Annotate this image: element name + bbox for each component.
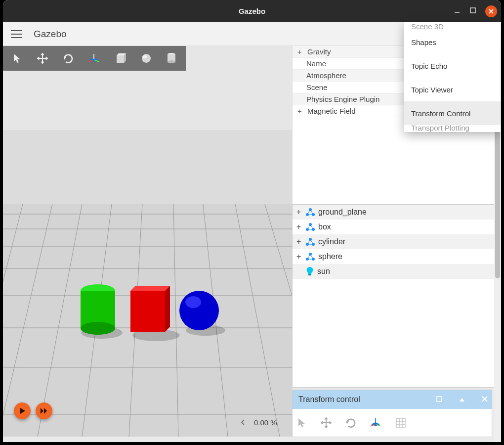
collapse-panel-icon[interactable] xyxy=(459,395,465,404)
select-tool[interactable] xyxy=(296,417,307,428)
menu-icon[interactable] xyxy=(11,30,22,39)
svg-line-77 xyxy=(310,254,313,259)
svg-marker-52 xyxy=(20,408,25,414)
rotate-tool[interactable] xyxy=(345,417,357,429)
viewport-3d[interactable]: 0.00 % xyxy=(3,46,292,437)
svg-point-30 xyxy=(179,291,219,330)
tree-label: Physics Engine Plugin xyxy=(306,95,379,103)
transform-tool[interactable] xyxy=(88,53,101,64)
svg-marker-27 xyxy=(130,286,170,291)
svg-marker-39 xyxy=(64,57,66,60)
maximize-button[interactable] xyxy=(469,7,476,15)
scene-horizon xyxy=(3,130,292,204)
entity-row[interactable]: + box xyxy=(293,220,501,234)
tree-label: Magnetic Field xyxy=(307,107,356,115)
select-tool[interactable] xyxy=(12,53,23,64)
svg-rect-79 xyxy=(308,274,311,275)
svg-point-47 xyxy=(142,54,151,63)
transform-tool[interactable] xyxy=(370,417,382,428)
menu-item-label: Topic Viewer xyxy=(411,86,453,94)
svg-rect-28 xyxy=(130,291,165,332)
menu-item-partial-top[interactable]: Scene 3D xyxy=(404,22,501,30)
svg-marker-91 xyxy=(346,421,349,424)
plus-icon[interactable]: + xyxy=(297,107,304,115)
entity-row[interactable]: + ground_plane xyxy=(293,205,501,220)
svg-line-76 xyxy=(307,254,310,259)
rotate-tool[interactable] xyxy=(62,52,74,64)
maximize-panel-icon[interactable] xyxy=(436,395,442,404)
transform-panel-body xyxy=(293,409,492,437)
svg-line-70 xyxy=(307,239,310,244)
entity-row[interactable]: sun xyxy=(293,264,501,279)
model-icon xyxy=(305,207,315,217)
sphere-shape-tool[interactable] xyxy=(140,52,152,64)
menu-item-topic-echo[interactable]: Topic Echo xyxy=(404,54,501,78)
svg-rect-80 xyxy=(437,397,442,401)
menu-item-label: Shapes xyxy=(411,38,436,46)
playback-controls xyxy=(14,402,52,419)
translate-tool[interactable] xyxy=(320,417,332,429)
grid-snap-tool[interactable] xyxy=(395,417,406,428)
plus-icon[interactable]: + xyxy=(296,208,302,217)
progress-text: 0.00 % xyxy=(254,418,277,427)
plugin-menu: Scene 3D Shapes Topic Echo Topic Viewer … xyxy=(404,22,501,132)
progress-indicator: 0.00 % xyxy=(240,418,277,427)
svg-marker-54 xyxy=(44,408,47,414)
fast-forward-button[interactable] xyxy=(36,402,52,419)
entity-tree-panel: + ground_plane + box + cylinder xyxy=(292,204,501,388)
entity-label: cylinder xyxy=(318,237,345,246)
titlebar: Gazebo xyxy=(3,0,501,22)
tree-label: Gravity xyxy=(307,47,331,56)
svg-marker-81 xyxy=(460,398,464,401)
box-shape-tool[interactable] xyxy=(115,52,126,64)
entity-row[interactable]: + cylinder xyxy=(293,234,501,249)
svg-line-58 xyxy=(307,210,310,215)
model-icon xyxy=(305,252,315,262)
entity-label: box xyxy=(318,222,331,231)
svg-line-71 xyxy=(310,239,313,244)
plus-icon[interactable]: + xyxy=(296,222,302,231)
light-icon xyxy=(305,267,314,276)
svg-marker-32 xyxy=(14,54,20,63)
svg-line-59 xyxy=(310,210,313,215)
model-icon xyxy=(305,237,315,247)
scene-sphere[interactable] xyxy=(179,291,219,330)
panel-header-icons xyxy=(436,395,488,404)
close-button[interactable] xyxy=(485,5,497,17)
scene-cylinder[interactable] xyxy=(81,284,115,335)
plus-icon[interactable]: + xyxy=(296,237,302,246)
menu-item-label: Topic Echo xyxy=(411,62,447,70)
window-controls xyxy=(454,0,497,22)
menu-item-partial-bottom[interactable]: Transport Plotting xyxy=(404,125,501,132)
window-title: Gazebo xyxy=(239,7,265,15)
minimize-button[interactable] xyxy=(454,7,461,15)
play-button[interactable] xyxy=(14,402,31,419)
svg-rect-96 xyxy=(396,418,405,427)
svg-point-31 xyxy=(185,296,201,308)
cylinder-shape-tool[interactable] xyxy=(166,52,177,65)
entity-row[interactable]: + sphere xyxy=(293,249,501,264)
tree-label: Atmosphere xyxy=(306,71,346,80)
translate-tool[interactable] xyxy=(37,52,48,64)
svg-rect-1 xyxy=(470,8,475,13)
chevron-left-icon[interactable] xyxy=(240,418,246,427)
svg-point-26 xyxy=(81,322,115,335)
entity-label: sun xyxy=(317,267,330,276)
svg-point-51 xyxy=(168,60,175,63)
entity-label: ground_plane xyxy=(318,208,367,217)
close-panel-icon[interactable] xyxy=(482,395,488,404)
transform-control-panel: Transform control xyxy=(292,390,492,437)
menu-item-label: Scene 3D xyxy=(411,22,444,30)
transform-panel-header[interactable]: Transform control xyxy=(293,390,492,409)
plus-icon[interactable]: + xyxy=(296,252,302,261)
scene-box[interactable] xyxy=(130,286,170,332)
plus-icon[interactable]: + xyxy=(297,47,304,56)
menu-item-transform-control[interactable]: Transform Control xyxy=(404,101,501,125)
menu-item-topic-viewer[interactable]: Topic Viewer xyxy=(404,78,501,101)
svg-marker-29 xyxy=(165,286,170,332)
menu-item-label: Transform Control xyxy=(411,109,470,118)
menu-item-shapes[interactable]: Shapes xyxy=(404,30,501,54)
svg-point-48 xyxy=(143,55,147,58)
menu-item-label: Transport Plotting xyxy=(411,125,469,132)
tree-label: Name xyxy=(306,59,326,68)
